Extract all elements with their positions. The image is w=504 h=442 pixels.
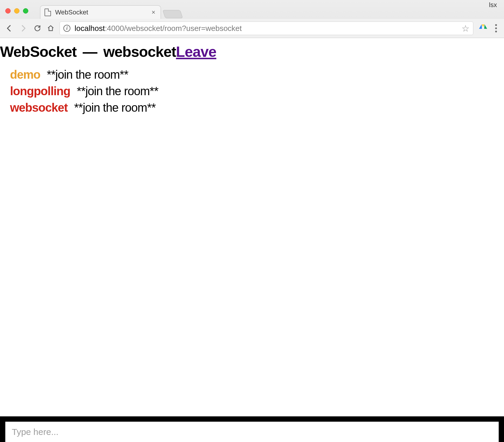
profile-label[interactable]: lsx: [489, 1, 497, 9]
title-separator: —: [80, 44, 100, 60]
message-user: websocket: [10, 101, 68, 114]
url-host: localhost: [75, 24, 105, 33]
message-body: **join the room**: [77, 85, 159, 98]
browser-menu-icon[interactable]: [493, 24, 499, 32]
bookmark-star-icon[interactable]: ☆: [462, 23, 470, 34]
svg-marker-2: [484, 24, 487, 29]
svg-marker-3: [479, 24, 482, 29]
window-zoom-icon[interactable]: [23, 8, 28, 14]
composer-bar: [0, 416, 504, 442]
app-name: WebSocket: [0, 44, 77, 60]
page-content: WebSocket — websocketLeave demo**join th…: [0, 43, 504, 442]
message-user: longpolling: [10, 85, 70, 98]
page-title: WebSocket — websocketLeave: [0, 43, 504, 60]
message-row: websocket**join the room**: [10, 99, 504, 116]
message-list: demo**join the room**longpolling**join t…: [10, 66, 504, 116]
message-body: **join the room**: [74, 101, 156, 114]
message-body: **join the room**: [47, 68, 129, 81]
home-button[interactable]: [47, 25, 54, 32]
back-button[interactable]: [5, 24, 14, 32]
window-close-icon[interactable]: [5, 8, 11, 14]
browser-tab[interactable]: WebSocket ×: [40, 5, 161, 19]
leave-link[interactable]: Leave: [176, 44, 216, 60]
new-tab-button[interactable]: [162, 10, 183, 18]
page-icon: [45, 9, 51, 16]
window-controls: [5, 8, 28, 14]
browser-toolbar: i localhost:4000/websocket/room?user=web…: [0, 19, 504, 38]
drive-extension-icon[interactable]: [479, 23, 487, 33]
window-minimize-icon[interactable]: [14, 8, 19, 14]
message-row: longpolling**join the room**: [10, 83, 504, 99]
forward-button: [19, 24, 28, 32]
current-user: websocket: [103, 44, 176, 60]
svg-marker-1: [482, 24, 485, 27]
tab-title: WebSocket: [55, 9, 88, 16]
browser-chrome: WebSocket × lsx i localhost:4000/websock…: [0, 0, 504, 38]
message-input[interactable]: [5, 422, 499, 442]
url-text: localhost:4000/websocket/room?user=webso…: [75, 24, 242, 33]
url-path: :4000/websocket/room?user=websocket: [105, 24, 242, 33]
message-row: demo**join the room**: [10, 66, 504, 83]
tab-strip: WebSocket × lsx: [0, 0, 504, 19]
site-info-icon[interactable]: i: [63, 25, 70, 32]
tab-close-icon[interactable]: ×: [151, 9, 155, 16]
reload-button[interactable]: [33, 24, 42, 32]
address-bar[interactable]: i localhost:4000/websocket/room?user=web…: [60, 22, 473, 35]
message-user: demo: [10, 68, 40, 81]
